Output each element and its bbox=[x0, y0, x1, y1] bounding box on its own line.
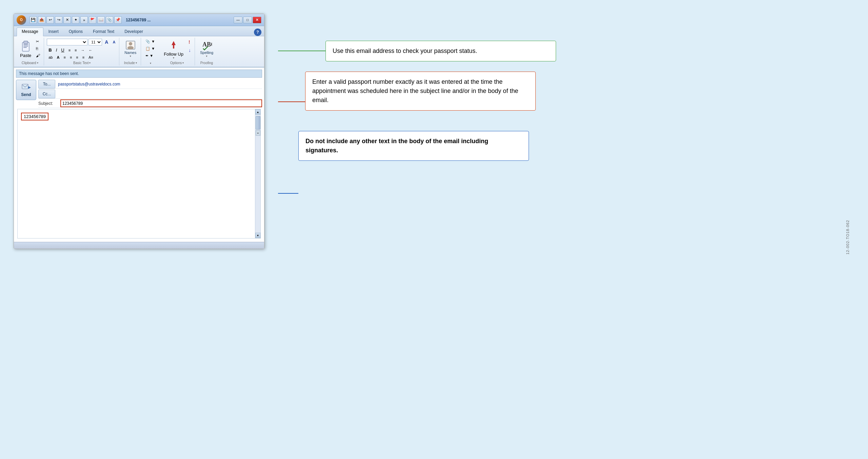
font-color-button[interactable]: A bbox=[55, 54, 61, 60]
tab-options[interactable]: Options bbox=[64, 27, 88, 36]
format-row-1: B I U ≡ ≡ → ← bbox=[47, 46, 117, 54]
names-button[interactable]: Names ▼ bbox=[122, 38, 139, 59]
cc-button[interactable]: Cc... bbox=[38, 90, 55, 98]
paste-button[interactable]: Paste bbox=[18, 38, 33, 59]
maximize-button[interactable]: □ bbox=[243, 17, 252, 23]
numbering-button[interactable]: ≡ bbox=[73, 47, 78, 53]
basic-text-expand-icon[interactable]: ▾ bbox=[89, 61, 91, 64]
cut-button[interactable]: ✂ bbox=[34, 38, 42, 45]
spelling-dropdown: ▼ bbox=[205, 55, 208, 57]
callout-no-text: Do not include any other text in the bod… bbox=[305, 138, 488, 154]
include-expand-icon2[interactable]: ▾ bbox=[150, 62, 151, 65]
clipboard-content: Paste ✂ ⎘ 🖌 bbox=[18, 38, 42, 60]
tab-developer[interactable]: Developer bbox=[119, 27, 148, 36]
svg-marker-8 bbox=[172, 41, 176, 45]
more-text-button[interactable]: A≡ bbox=[87, 54, 95, 60]
format-painter-button[interactable]: 🖌 bbox=[34, 52, 42, 59]
proofing-label: Proofing bbox=[198, 61, 216, 65]
attach-item-button[interactable]: 📋 ▼ bbox=[144, 45, 157, 52]
tab-message[interactable]: Message bbox=[17, 27, 43, 36]
title-bar: O 💾 📤 ↩ ↪ ✕ ✦ » 🚩 📖 📎 📌 123456789 ... — … bbox=[14, 14, 264, 26]
scrollbar[interactable]: ▲ ≡ ▼ bbox=[255, 109, 260, 238]
move-tool[interactable]: ✦ bbox=[72, 16, 79, 24]
increase-indent-button[interactable]: → bbox=[79, 47, 86, 53]
font-size-select[interactable]: 11 bbox=[88, 39, 102, 45]
send-label: Send bbox=[21, 92, 31, 97]
close-button[interactable]: ✕ bbox=[253, 17, 261, 23]
include-extras-content: 📎 ▼ 📋 ▼ ✒ ▼ bbox=[144, 38, 157, 61]
options-expand-icon[interactable]: ▾ bbox=[182, 61, 184, 64]
bullets-button[interactable]: ≡ bbox=[67, 47, 72, 53]
tab-format-text[interactable]: Format Text bbox=[88, 27, 119, 36]
minimize-button[interactable]: — bbox=[234, 17, 242, 23]
paste-label: Paste bbox=[20, 53, 31, 58]
cc-row: Cc... bbox=[38, 90, 262, 99]
save-tool[interactable]: 💾 bbox=[29, 16, 37, 24]
clipboard-expand-icon[interactable]: ▾ bbox=[37, 61, 38, 64]
names-content: Names ▼ bbox=[122, 38, 139, 60]
more-tool[interactable]: » bbox=[80, 16, 88, 24]
grow-font-button[interactable]: A bbox=[103, 38, 110, 46]
justify-button[interactable]: ≡ bbox=[81, 54, 86, 60]
undo-tool[interactable]: ↩ bbox=[46, 16, 54, 24]
follow-up-icon bbox=[168, 40, 179, 52]
pin-tool[interactable]: 📌 bbox=[114, 16, 122, 24]
svg-marker-12 bbox=[28, 86, 31, 89]
align-center-button[interactable]: ≡ bbox=[68, 54, 74, 60]
font-name-select[interactable] bbox=[47, 39, 87, 45]
include-extra-btns: 📎 ▼ 📋 ▼ ✒ ▼ bbox=[144, 38, 157, 59]
clipboard-small-btns: ✂ ⎘ 🖌 bbox=[34, 38, 42, 59]
options-label: Options ▾ bbox=[161, 61, 193, 65]
scroll-up-arrow[interactable]: ▲ bbox=[255, 109, 261, 115]
scroll-down-arrow[interactable]: ▼ bbox=[255, 233, 261, 238]
signature-button[interactable]: ✒ ▼ bbox=[144, 53, 157, 59]
file-id: 12-002-TO18-062 bbox=[846, 220, 850, 254]
tab-insert[interactable]: Insert bbox=[43, 27, 64, 36]
svg-rect-4 bbox=[23, 47, 27, 48]
delete-tool[interactable]: ✕ bbox=[63, 16, 71, 24]
decrease-indent-button[interactable]: ← bbox=[87, 47, 94, 53]
send-tool[interactable]: 📤 bbox=[38, 16, 45, 24]
redo-tool[interactable]: ↪ bbox=[55, 16, 62, 24]
to-button[interactable]: To... bbox=[38, 80, 55, 89]
compose-area: This message has not been sent. Send To.… bbox=[14, 68, 264, 242]
callout-passport-text: Enter a valid passport number exactly as… bbox=[312, 78, 518, 103]
importance-low-button[interactable]: ↓ bbox=[187, 46, 193, 54]
send-icon bbox=[21, 83, 31, 92]
scroll-track[interactable]: ≡ bbox=[255, 115, 261, 233]
help-button[interactable]: ? bbox=[254, 28, 261, 36]
copy-button[interactable]: ⎘ bbox=[34, 45, 42, 52]
outlook-window: O 💾 📤 ↩ ↪ ✕ ✦ » 🚩 📖 📎 📌 123456789 ... — … bbox=[14, 14, 264, 249]
follow-up-button[interactable]: Follow Up ▼ bbox=[161, 38, 186, 60]
to-input[interactable] bbox=[57, 81, 262, 87]
svg-rect-1 bbox=[24, 41, 28, 44]
italic-button[interactable]: I bbox=[54, 46, 59, 54]
flag-tool[interactable]: 🚩 bbox=[89, 16, 96, 24]
spelling-button[interactable]: ABC Spelling ▼ bbox=[198, 38, 216, 59]
text-controls: 11 A A B I U ≡ ≡ → ← bbox=[47, 38, 117, 60]
body-text-outline: 123456789 bbox=[21, 113, 48, 120]
highlight-button[interactable]: ab bbox=[47, 54, 54, 60]
importance-high-button[interactable]: ! bbox=[187, 38, 193, 46]
clipboard-label: Clipboard ▾ bbox=[18, 61, 42, 65]
bold-button[interactable]: B bbox=[47, 46, 53, 54]
include-expand-icon[interactable]: ▾ bbox=[136, 61, 137, 64]
names-group: Names ▼ Include ▾ bbox=[121, 38, 141, 65]
align-right-button[interactable]: ≡ bbox=[74, 54, 80, 60]
addr-tool[interactable]: 📖 bbox=[97, 16, 105, 24]
scroll-middle-button[interactable]: ≡ bbox=[256, 130, 260, 136]
cc-input[interactable] bbox=[57, 91, 262, 97]
paste-icon bbox=[20, 40, 31, 53]
send-button[interactable]: Send bbox=[16, 80, 36, 100]
shrink-font-button[interactable]: A bbox=[111, 39, 117, 45]
subject-input[interactable] bbox=[62, 101, 260, 106]
ribbon-toolbar: Paste ✂ ⎘ 🖌 Clipbo bbox=[14, 36, 264, 68]
scroll-thumb[interactable] bbox=[256, 116, 260, 130]
attach-tool2[interactable]: 📎 bbox=[106, 16, 113, 24]
underline-button[interactable]: U bbox=[59, 46, 66, 54]
annotations-panel: Use this email address to check your pas… bbox=[278, 10, 854, 282]
format-painter-icon: 🖌 bbox=[36, 53, 40, 58]
include-label2: ▾ bbox=[144, 62, 157, 65]
align-left-button[interactable]: ≡ bbox=[62, 54, 67, 60]
attach-file-button[interactable]: 📎 ▼ bbox=[144, 38, 157, 45]
